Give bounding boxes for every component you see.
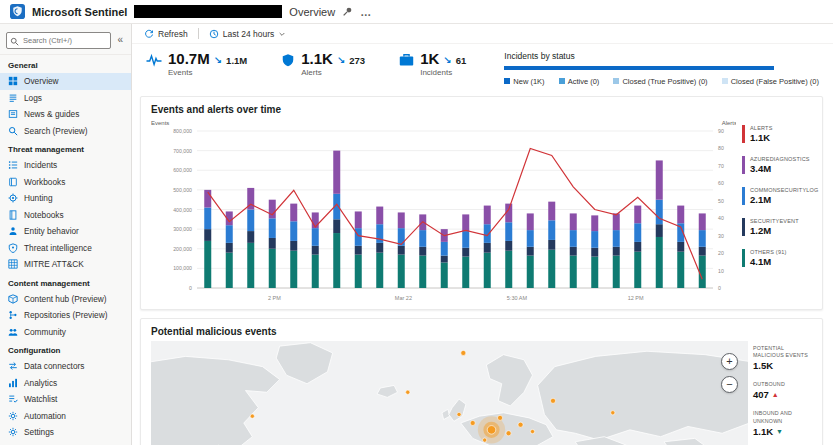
content-hub-icon (8, 294, 18, 304)
sidebar-item-community[interactable]: Community (0, 324, 131, 341)
zoom-in-button[interactable]: + (721, 353, 738, 370)
sidebar-item-overview[interactable]: Overview (0, 73, 131, 90)
status-label: Closed (True Positive) (0) (622, 77, 707, 86)
stat-label: Alerts (301, 68, 365, 77)
sentinel-logo-icon (10, 4, 25, 19)
community-icon (8, 327, 18, 337)
toolbar-divider (198, 28, 199, 39)
svg-text:Events: Events (151, 120, 169, 126)
sidebar-sections: GeneralOverviewLogsNews & guidesSearch (… (0, 55, 131, 441)
sidebar-item-label: Analytics (24, 378, 57, 388)
sidebar-item-automation[interactable]: Automation (0, 408, 131, 425)
trend-up-icon: ▲ (772, 391, 779, 398)
sidebar-item-threat-intelligence[interactable]: Threat intelligence (0, 240, 131, 257)
status-label: Active (0) (568, 77, 600, 86)
main-content: Refresh Last 24 hours 10.7M (132, 24, 833, 445)
sidebar-item-content-hub-preview[interactable]: Content hub (Preview) (0, 291, 131, 308)
time-range-label: Last 24 hours (223, 29, 275, 39)
sidebar-item-notebooks[interactable]: Notebooks (0, 207, 131, 224)
status-legend-item: Active (0) (559, 77, 600, 86)
sidebar-section-title-content-management: Content management (0, 273, 131, 291)
sidebar-section-title-configuration: Configuration (0, 340, 131, 358)
svg-text:0: 0 (718, 285, 721, 291)
svg-text:20: 20 (718, 250, 724, 256)
stats-row: 10.7M ↘ 1.1M Events 1.1K ↘ 273 (132, 44, 833, 90)
sidebar-item-entity-behavior[interactable]: Entity behavior (0, 223, 131, 240)
sidebar-item-label: Logs (24, 93, 42, 103)
app-title: Microsoft Sentinel (32, 6, 127, 18)
sidebar-item-label: Overview (24, 76, 59, 86)
sidebar-item-label: MITRE ATT&CK (24, 259, 84, 269)
redacted-workspace-name (134, 5, 282, 18)
incidents-by-status-title: Incidents by status (504, 51, 819, 61)
chevron-down-icon (278, 30, 286, 38)
sidebar-item-hunting[interactable]: Hunting (0, 190, 131, 207)
stat-value: 1.1K (301, 50, 333, 67)
threat-intelligence-icon (8, 243, 18, 253)
world-map[interactable]: + − (151, 341, 748, 445)
sidebar-item-label: Content hub (Preview) (24, 294, 107, 304)
sidebar-item-settings[interactable]: Settings (0, 424, 131, 441)
sidebar-item-mitre-att-ck[interactable]: MITRE ATT&CK (0, 256, 131, 273)
stat-events[interactable]: 10.7M ↘ 1.1M Events (146, 50, 247, 77)
stat-incidents[interactable]: 1K ↘ 61 Incidents (399, 50, 466, 77)
sidebar-item-label: News & guides (24, 109, 79, 119)
sidebar-item-watchlist[interactable]: Watchlist (0, 391, 131, 408)
sidebar-item-search-preview[interactable]: Search (Preview) (0, 123, 131, 140)
sidebar-item-incidents[interactable]: Incidents (0, 157, 131, 174)
map-legend-label: OUTBOUND (753, 381, 812, 388)
trend-down-icon: ▼ (776, 428, 783, 435)
sidebar-item-label: Community (24, 327, 66, 337)
svg-text:90: 90 (718, 128, 724, 134)
status-legend-item: Closed (False Positive) (0) (722, 77, 819, 86)
sidebar-search-input[interactable] (6, 32, 111, 49)
refresh-button[interactable]: Refresh (144, 29, 188, 39)
sidebar-item-news-guides[interactable]: News & guides (0, 106, 131, 123)
svg-text:500,000: 500,000 (173, 187, 192, 193)
svg-text:100,000: 100,000 (173, 265, 192, 271)
status-swatch-icon (722, 78, 728, 84)
legend-value: 1.1K (750, 132, 812, 143)
sidebar-item-label: Repositories (Preview) (24, 310, 107, 320)
sidebar-item-repositories-preview[interactable]: Repositories (Preview) (0, 307, 131, 324)
watchlist-icon (8, 394, 18, 404)
svg-text:5:30 AM: 5:30 AM (507, 295, 528, 301)
svg-text:10: 10 (718, 268, 724, 274)
collapse-sidebar-button[interactable]: « (115, 34, 125, 45)
legend-label: SECURITYEVENT (750, 218, 812, 224)
refresh-label: Refresh (158, 29, 188, 39)
map-legend-label: POTENTIAL MALICIOUS EVENTS (753, 345, 812, 359)
sidebar-item-logs[interactable]: Logs (0, 90, 131, 107)
status-legend-item: New (1K) (504, 77, 544, 86)
legend-label: AZUREDIAGNOSTICS (750, 156, 812, 162)
chart-legend: ALERTS1.1KAZUREDIAGNOSTICS3.4MCOMMONSECU… (736, 125, 812, 302)
alerts-icon (281, 53, 295, 77)
sidebar-item-data-connectors[interactable]: Data connectors (0, 358, 131, 375)
sidebar-item-label: Automation (24, 411, 66, 421)
status-legend-item: Closed (True Positive) (0) (613, 77, 707, 86)
sidebar-item-workbooks[interactable]: Workbooks (0, 174, 131, 191)
repositories-icon (8, 310, 18, 320)
settings-icon (8, 427, 18, 437)
refresh-icon (144, 29, 154, 39)
legend-label: OTHERS (91) (750, 249, 812, 255)
incidents-icon (399, 53, 414, 77)
more-options-button[interactable]: … (360, 6, 372, 18)
svg-text:30: 30 (718, 233, 724, 239)
svg-text:700,000: 700,000 (173, 148, 192, 154)
stat-alerts[interactable]: 1.1K ↘ 273 Alerts (281, 50, 365, 77)
legend-label: COMMONSECURITYLOG (750, 187, 812, 193)
hunting-icon (8, 193, 18, 203)
map-title: Potential malicious events (151, 326, 812, 337)
svg-text:70: 70 (718, 163, 724, 169)
svg-text:40: 40 (718, 215, 724, 221)
svg-text:300,000: 300,000 (173, 226, 192, 232)
time-range-selector[interactable]: Last 24 hours (209, 29, 287, 39)
stat-value: 10.7M (168, 50, 210, 67)
sidebar-item-analytics[interactable]: Analytics (0, 375, 131, 392)
pin-icon[interactable] (342, 6, 353, 17)
zoom-out-button[interactable]: − (721, 376, 738, 393)
map-zoom-controls: + − (721, 353, 738, 393)
svg-text:400,000: 400,000 (173, 207, 192, 213)
events-alerts-card: Events and alerts over time EventsAlerts… (140, 96, 823, 310)
